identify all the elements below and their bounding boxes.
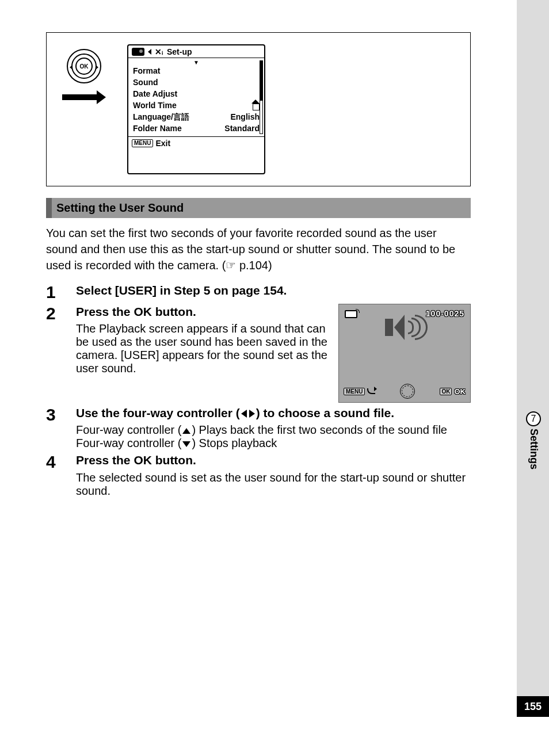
menu-icon: MENU — [344, 388, 365, 395]
ok-dial-diagram: OK — [58, 44, 110, 174]
menu-tab-bar: ✕ᵢ Set-up — [128, 45, 264, 58]
menu-item-worldtime: World Time — [133, 100, 260, 111]
menu-value: English — [230, 111, 260, 123]
arrow-indicator — [62, 90, 106, 104]
speaker-icon — [385, 315, 425, 340]
right-arrow-icon — [96, 65, 98, 70]
step-body-text: The selected sound is set as the user so… — [76, 471, 471, 498]
chapter-number-circle: 7 — [526, 411, 541, 426]
left-triangle-icon — [148, 49, 151, 55]
step-3: 3 Use the four-way controller () to choo… — [46, 405, 471, 450]
step-4: 4 Press the OK button. The selected soun… — [46, 452, 471, 497]
down-triangle-icon — [182, 441, 190, 447]
playback-menu-hint: MENU — [344, 388, 375, 395]
illustration-frame: OK ✕ᵢ Set-up ▼ Format — [46, 32, 471, 186]
step-number: 3 — [46, 405, 66, 450]
menu-item-sound: Sound — [133, 77, 260, 88]
menu-label: Folder Name — [133, 123, 182, 134]
step-2: 2 Press the OK button. The Playback scre… — [46, 304, 471, 403]
menu-item-language: Language/言語 English — [133, 111, 260, 123]
step-title: Press the OK button. — [76, 452, 471, 468]
playback-screen: 100-0025 MENU — [338, 304, 471, 403]
menu-label: Sound — [133, 77, 158, 88]
card-icon — [345, 310, 357, 318]
step-number: 1 — [46, 282, 66, 301]
right-triangle-icon — [249, 410, 255, 418]
step-number: 4 — [46, 452, 66, 497]
left-arrow-icon — [70, 65, 73, 70]
menu-item-folder: Folder Name Standard — [133, 123, 260, 134]
menu-item-date: Date Adjust — [133, 88, 260, 100]
menu-label: Date Adjust — [133, 88, 177, 100]
section-heading: Setting the User Sound — [46, 198, 471, 218]
left-triangle-icon — [241, 410, 247, 418]
chapter-label: Settings — [528, 429, 540, 469]
ok-box-icon: OK — [440, 388, 452, 395]
wrench-icon: ✕ᵢ — [155, 47, 163, 56]
back-arrow-icon — [367, 388, 375, 394]
menu-footer: MENU Exit — [128, 136, 264, 149]
step-body-text: The Playback screen appears if a sound t… — [76, 322, 329, 375]
scrollbar — [260, 60, 263, 134]
menu-item-format: Format — [133, 65, 260, 77]
setup-menu-screen: ✕ᵢ Set-up ▼ Format Sound Date Adjust — [127, 44, 265, 174]
menu-footer-label: Exit — [155, 139, 170, 148]
arrow-right-icon — [97, 90, 106, 104]
menu-label: World Time — [133, 100, 177, 111]
intro-paragraph: You can set the first two seconds of you… — [46, 225, 471, 273]
step-title: Select [USER] in Step 5 on page 154. — [76, 282, 471, 299]
step-title: Press the OK button. — [76, 304, 329, 320]
scroll-down-icon: ▼ — [133, 60, 260, 65]
ok-button-label: OK — [75, 58, 93, 75]
menu-button-icon: MENU — [132, 139, 153, 147]
menu-label: Format — [133, 65, 160, 77]
camera-tab-icon — [132, 48, 144, 56]
home-icon — [251, 102, 260, 109]
step-title: Use the four-way controller () to choose… — [76, 405, 471, 421]
menu-label: Language/言語 — [133, 111, 189, 123]
page-content: OK ✕ᵢ Set-up ▼ Format — [0, 0, 517, 523]
playback-ok-hint: OK OK — [440, 387, 466, 396]
file-number: 100-0025 — [426, 309, 464, 318]
step-1: 1 Select [USER] in Step 5 on page 154. — [46, 282, 471, 301]
step-number: 2 — [46, 304, 66, 403]
right-margin-bar — [517, 0, 549, 696]
menu-tab-title: Set-up — [167, 47, 192, 56]
menu-value: Standard — [224, 123, 260, 134]
menu-list: ▼ Format Sound Date Adjust World Time — [128, 58, 264, 136]
step-line-1: Four-way controller () Plays back the fi… — [76, 423, 471, 437]
ok-label: OK — [454, 387, 466, 396]
step-line-2: Four-way controller () Stops playback — [76, 437, 471, 450]
page-number: 155 — [517, 696, 549, 717]
chapter-tab: 7 Settings — [526, 411, 541, 469]
up-triangle-icon — [182, 428, 190, 434]
step-list: 1 Select [USER] in Step 5 on page 154. 2… — [46, 282, 471, 498]
four-way-dial-icon — [400, 384, 415, 399]
menu-value — [251, 100, 260, 111]
